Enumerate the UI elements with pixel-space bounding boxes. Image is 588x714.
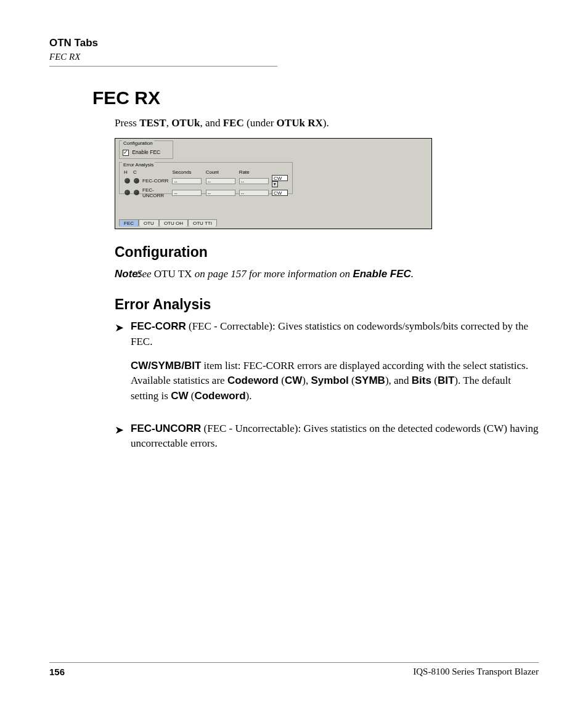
- rate-field[interactable]: --: [239, 190, 269, 196]
- header-section: FEC RX: [49, 52, 539, 62]
- configuration-heading: Configuration: [115, 244, 539, 261]
- h-led-icon: [125, 190, 130, 195]
- chevron-down-icon[interactable]: ▾: [272, 181, 278, 187]
- pointer-icon: ➤: [115, 421, 131, 460]
- error-analysis-group: Error Analysis H C Seconds Count Rate: [119, 162, 293, 194]
- fec-uncorr-row: FEC-UNCORR -- -- -- CW: [123, 187, 289, 198]
- count-field[interactable]: --: [206, 190, 235, 196]
- error-analysis-table: H C Seconds Count Rate FEC-CORR -- --: [123, 169, 289, 198]
- h-led-icon: [125, 178, 130, 184]
- intro-paragraph: Press TEST, OTUk, and FEC (under OTUk RX…: [115, 116, 539, 131]
- rate-field[interactable]: --: [239, 178, 269, 184]
- note-paragraph: Note: See OTU TX on page 157 for more in…: [92, 267, 539, 282]
- header-rule: [49, 66, 277, 67]
- tab-otu-tti[interactable]: OTU TTI: [188, 219, 217, 227]
- count-field[interactable]: --: [206, 178, 235, 184]
- c-led-icon: [134, 190, 139, 195]
- fec-corr-row: FEC-CORR -- -- -- CW▾: [123, 175, 289, 187]
- list-item: ➤ FEC-CORR (FEC - Correctable): Gives st…: [115, 319, 539, 412]
- tab-otu[interactable]: OTU: [139, 219, 159, 227]
- config-group-title: Configuration: [122, 140, 154, 146]
- footer-rule: [49, 662, 539, 663]
- cw-box: CW: [272, 190, 288, 196]
- page-footer: 156 IQS-8100 Series Transport Blazer: [49, 662, 539, 677]
- seconds-field[interactable]: --: [172, 190, 202, 196]
- c-led-icon: [134, 178, 139, 184]
- seconds-field[interactable]: --: [172, 178, 202, 184]
- embedded-ui-screenshot: Configuration Enable FEC Error Analysis …: [115, 138, 432, 229]
- note-label: Note:: [92, 267, 137, 282]
- error-analysis-heading: Error Analysis: [115, 296, 539, 313]
- page-title: FEC RX: [92, 87, 539, 108]
- list-item: ➤ FEC-UNCORR (FEC - Uncorrectable): Give…: [115, 421, 539, 460]
- ui-tabstrip: FEC OTU OTU OH OTU TTI: [119, 219, 217, 227]
- tab-otu-oh[interactable]: OTU OH: [159, 219, 188, 227]
- bullet-list: ➤ FEC-CORR (FEC - Correctable): Gives st…: [115, 319, 539, 460]
- cw-select[interactable]: CW: [272, 175, 288, 181]
- pointer-icon: ➤: [115, 319, 131, 412]
- product-name: IQS-8100 Series Transport Blazer: [413, 667, 539, 677]
- tab-fec[interactable]: FEC: [119, 219, 139, 227]
- enable-fec-checkbox[interactable]: [123, 150, 129, 156]
- page-number: 156: [49, 667, 65, 677]
- enable-fec-label: Enable FEC: [132, 149, 160, 155]
- config-group: Configuration Enable FEC: [119, 140, 173, 159]
- header-chapter: OTN Tabs: [49, 37, 539, 49]
- error-analysis-group-title: Error Analysis: [122, 162, 155, 168]
- running-header: OTN Tabs FEC RX: [49, 37, 539, 67]
